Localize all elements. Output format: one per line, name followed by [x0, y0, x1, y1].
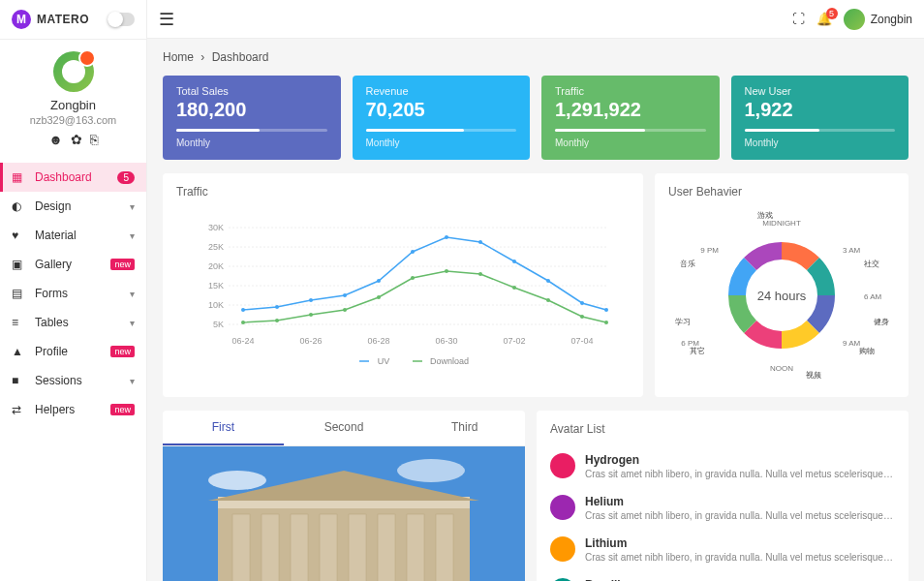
svg-text:24 hours: 24 hours: [757, 289, 807, 303]
stat-card: New User 1,922 Monthly: [731, 76, 909, 160]
stat-label: Total Sales: [176, 85, 327, 97]
tab-second[interactable]: Second: [284, 411, 405, 445]
svg-point-23: [411, 250, 415, 254]
svg-point-27: [546, 279, 550, 283]
svg-text:购物: 购物: [859, 347, 875, 355]
tab-third[interactable]: Third: [404, 411, 525, 445]
svg-text:07-02: 07-02: [503, 336, 525, 346]
nav-icon: ◐: [12, 199, 27, 213]
svg-rect-72: [349, 514, 366, 581]
svg-point-19: [275, 305, 279, 309]
svg-rect-66: [218, 505, 470, 581]
stat-value: 70,205: [366, 99, 517, 121]
svg-text:游戏: 游戏: [757, 211, 773, 220]
sidebar-item-gallery[interactable]: ▣ Gallery new: [0, 250, 146, 279]
svg-text:06-30: 06-30: [435, 336, 457, 346]
tab-first[interactable]: First: [163, 411, 284, 445]
avatar-name: Hydrogen: [585, 453, 895, 467]
tabs: FirstSecondThird: [163, 411, 525, 446]
stat-progress: [745, 129, 896, 132]
stat-sublabel: Monthly: [176, 138, 327, 148]
avatar: [53, 51, 94, 92]
avatar-icon: [550, 536, 575, 562]
sidebar-item-forms[interactable]: ▤ Forms ▾: [0, 279, 146, 308]
stat-label: Traffic: [555, 85, 706, 97]
avatar-desc: Cras sit amet nibh libero, in gravida nu…: [585, 552, 895, 563]
svg-point-33: [343, 308, 347, 312]
content: Home › Dashboard Total Sales 180,200 Mon…: [147, 39, 924, 581]
logout-icon[interactable]: ⎘: [90, 132, 98, 147]
profile-actions: ☻ ✿ ⎘: [8, 132, 139, 147]
avatar-desc: Cras sit amet nibh libero, in gravida nu…: [585, 469, 895, 479]
nav-label: Tables: [35, 316, 130, 329]
notifications-icon[interactable]: 🔔5: [816, 12, 832, 26]
theme-toggle[interactable]: [108, 13, 135, 26]
behavior-card: User Behavier 24 hours: [655, 173, 909, 397]
stat-value: 1,922: [745, 99, 896, 121]
sidebar: M MATERO Zongbin nzb329@163.com ☻ ✿ ⎘ ▦ …: [0, 0, 147, 581]
chevron-down-icon: ▾: [130, 318, 135, 328]
avatar-name: Helium: [585, 495, 895, 508]
traffic-card: Traffic 30K25K20K 15K10K5K 06-2406-26: [163, 173, 643, 397]
avatar-desc: Cras sit amet nibh libero, in gravida nu…: [585, 510, 895, 521]
stats-row: Total Sales 180,200 MonthlyRevenue 70,20…: [163, 76, 909, 160]
nav-label: Material: [35, 229, 130, 242]
user-chip[interactable]: Zongbin: [844, 9, 912, 30]
svg-text:健身: 健身: [874, 318, 889, 326]
stat-card: Total Sales 180,200 Monthly: [163, 76, 341, 160]
sidebar-item-tables[interactable]: ≡ Tables ▾: [0, 308, 146, 337]
chevron-down-icon: ▾: [130, 376, 135, 386]
chevron-right-icon: ›: [200, 50, 204, 64]
sidebar-item-profile[interactable]: ▲ Profile new: [0, 337, 146, 366]
stat-value: 180,200: [176, 99, 327, 121]
avatar-item[interactable]: Beryllium: [550, 570, 895, 581]
avatar-item[interactable]: Lithium Cras sit amet nibh libero, in gr…: [550, 529, 895, 570]
stat-card: Traffic 1,291,922 Monthly: [541, 76, 720, 160]
sidebar-item-dashboard[interactable]: ▦ Dashboard 5: [0, 163, 146, 192]
svg-point-24: [445, 235, 448, 239]
nav-icon: ▤: [12, 287, 27, 300]
traffic-title: Traffic: [176, 185, 630, 199]
fullscreen-icon[interactable]: ⛶: [792, 12, 805, 26]
svg-text:06-28: 06-28: [367, 336, 389, 346]
menu-icon[interactable]: ☰: [159, 9, 174, 30]
stat-label: New User: [745, 85, 896, 97]
svg-text:15K: 15K: [208, 281, 224, 290]
svg-text:20K: 20K: [208, 261, 224, 271]
svg-point-25: [478, 240, 482, 244]
nav-icon: ♥: [12, 229, 27, 242]
sidebar-item-material[interactable]: ♥ Material ▾: [0, 221, 146, 250]
avatar-item[interactable]: Helium Cras sit amet nibh libero, in gra…: [550, 487, 895, 529]
sidebar-item-helpers[interactable]: ⇄ Helpers new: [0, 395, 146, 424]
nav-icon: ▣: [12, 258, 27, 271]
svg-text:5K: 5K: [213, 320, 224, 329]
settings-icon[interactable]: ✿: [71, 132, 82, 147]
brand-logo: M: [12, 10, 31, 29]
tabs-card: FirstSecondThird: [163, 411, 525, 581]
svg-text:9 PM: 9 PM: [700, 246, 719, 255]
svg-point-22: [377, 279, 381, 283]
svg-point-26: [512, 260, 516, 263]
svg-text:3 AM: 3 AM: [843, 246, 861, 255]
behavior-chart: 24 hours MIDNIGHT 3 AM 6 AM 9 AM NOON 6 …: [668, 208, 895, 382]
breadcrumb-home[interactable]: Home: [163, 50, 194, 64]
stat-sublabel: Monthly: [366, 138, 517, 148]
nav-label: Forms: [35, 287, 130, 300]
svg-text:学习: 学习: [675, 318, 691, 326]
sidebar-item-sessions[interactable]: ■ Sessions ▾: [0, 366, 146, 395]
new-tag: new: [110, 346, 135, 357]
svg-point-18: [241, 308, 245, 312]
avatar-item[interactable]: Hydrogen Cras sit amet nibh libero, in g…: [550, 445, 895, 487]
account-icon[interactable]: ☻: [48, 132, 63, 147]
brand-name: MATERO: [37, 13, 89, 26]
svg-point-40: [580, 315, 584, 319]
new-tag: new: [110, 259, 135, 270]
sidebar-item-design[interactable]: ◐ Design ▾: [0, 192, 146, 221]
behavior-title: User Behavier: [668, 185, 895, 199]
svg-text:07-04: 07-04: [570, 336, 593, 346]
topbar: ☰ ⛶ 🔔5 Zongbin: [147, 0, 924, 39]
svg-text:UV: UV: [378, 356, 390, 366]
svg-rect-75: [436, 514, 453, 581]
chevron-down-icon: ▾: [130, 201, 135, 212]
svg-rect-68: [232, 514, 250, 581]
